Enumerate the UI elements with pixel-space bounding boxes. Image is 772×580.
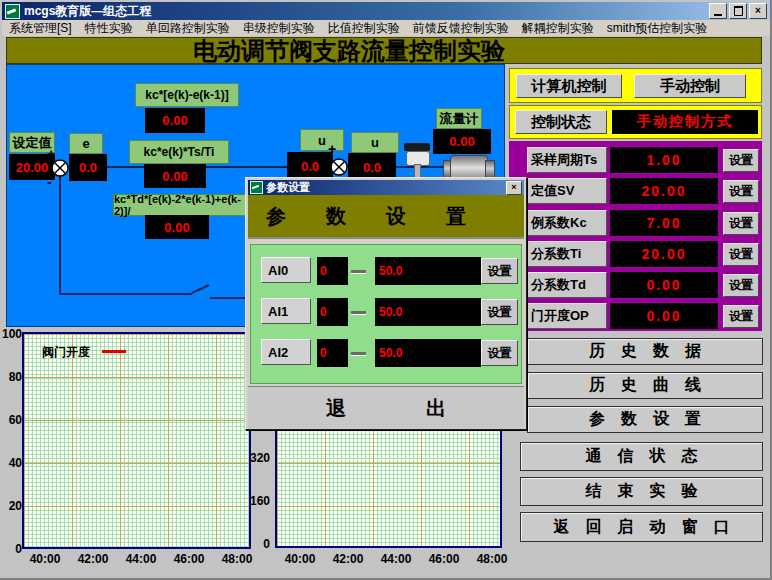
param-set-button-op[interactable]: 设置 xyxy=(723,305,759,328)
error-value: 0.0 xyxy=(69,154,107,181)
param-set-button-sv[interactable]: 设置 xyxy=(723,180,759,203)
pump-cap-icon xyxy=(485,160,495,178)
param-value-op: 0.00 xyxy=(610,303,718,329)
ai1-label: AI1 xyxy=(261,298,311,324)
restore-button[interactable] xyxy=(729,3,747,19)
sum-junction-1-icon xyxy=(51,159,69,177)
left-y-tick: 40 xyxy=(0,456,22,470)
return-start-window-button[interactable]: 返 回 启 动 窗 口 xyxy=(520,512,763,542)
u2-label: u xyxy=(351,132,399,153)
param-label-kc: 例系数Kc xyxy=(527,210,607,236)
left-y-tick: 80 xyxy=(0,370,22,384)
ai1-low-value: 0 xyxy=(317,298,348,326)
control-status-value: 手动控制方式 xyxy=(612,110,758,134)
communication-status-button[interactable]: 通 信 状 态 xyxy=(520,442,763,471)
right-x-tick: 42:00 xyxy=(328,552,368,566)
ai0-range-dash xyxy=(351,270,366,273)
control-status-label: 控制状态 xyxy=(515,110,607,134)
left-y-tick: 0 xyxy=(0,542,22,556)
param-label-td: 分系数Td xyxy=(527,272,607,298)
ai0-label: AI0 xyxy=(261,257,311,283)
left-x-tick: 46:00 xyxy=(169,552,209,566)
feedback-line-horizontal xyxy=(59,293,192,295)
pid-deriv-block-value: 0.00 xyxy=(145,215,209,239)
minimize-icon xyxy=(714,14,722,16)
pid-diff-block-label: kc*[e(k)-e(k-1)] xyxy=(135,83,239,107)
param-label-op: 门开度OP xyxy=(527,303,607,329)
ai0-high-value: 50.0 xyxy=(375,257,481,285)
end-experiment-button[interactable]: 结 束 实 验 xyxy=(520,477,763,506)
param-value-td: 0.00 xyxy=(610,272,718,298)
dialog-header: 参 数 设 置 xyxy=(248,195,524,239)
menu-decoupling[interactable]: 解耦控制实验 xyxy=(522,20,594,37)
window-titlebar[interactable]: mcgs教育版—组态工程 × xyxy=(2,2,770,20)
dialog-exit-button[interactable]: 退 出 xyxy=(248,386,524,429)
left-x-tick: 48:00 xyxy=(217,552,257,566)
parameter-setting-button[interactable]: 参 数 设 置 xyxy=(527,406,763,433)
valve-icon xyxy=(404,143,430,151)
right-x-tick: 40:00 xyxy=(280,552,320,566)
right-x-tick: 48:00 xyxy=(472,552,512,566)
history-curve-button[interactable]: 历 史 曲 线 xyxy=(527,372,763,399)
param-set-button-kc[interactable]: 设置 xyxy=(723,212,759,235)
left-chart-legend-line xyxy=(102,350,126,353)
valve-opening-trend-chart xyxy=(22,332,251,549)
u1-label: u xyxy=(300,129,344,151)
param-value-kc: 7.00 xyxy=(610,210,718,236)
dialog-app-icon xyxy=(250,181,263,194)
restore-icon xyxy=(734,6,743,16)
sum-junction-2-icon xyxy=(330,158,348,176)
dialog-close-button[interactable]: × xyxy=(506,181,522,195)
parameter-panel: 采样周期Ts 1.00 设置 定值SV 20.00 设置 例系数Kc 7.00 … xyxy=(509,141,762,331)
minus-sign-1: - xyxy=(47,175,52,189)
error-label: e xyxy=(69,133,103,154)
ai2-high-value: 50.0 xyxy=(375,339,481,367)
flowmeter-label: 流量计 xyxy=(436,108,482,129)
param-label-sv: 定值SV xyxy=(527,178,607,204)
right-y-tick: 0 xyxy=(248,537,270,551)
dialog-close-icon: × xyxy=(511,183,516,192)
parameter-dialog: 参数设置 × 参 数 设 置 AI0 0 50.0 设置 AI1 0 50.0 … xyxy=(245,177,527,430)
ai1-set-button[interactable]: 设置 xyxy=(481,299,518,325)
right-y-tick: 160 xyxy=(248,494,270,508)
left-x-tick: 44:00 xyxy=(121,552,161,566)
param-set-button-td[interactable]: 设置 xyxy=(723,274,759,297)
flowmeter-value: 0.00 xyxy=(433,129,491,154)
pid-deriv-block-label: kc*Td*[e(k)-2*e(k-1)+e(k-2)]/ xyxy=(113,194,255,216)
param-set-button-ts[interactable]: 设置 xyxy=(723,149,759,172)
computer-control-button[interactable]: 计算机控制 xyxy=(516,74,622,98)
right-y-tick: 320 xyxy=(248,451,270,465)
dialog-title: 参数设置 xyxy=(266,180,310,195)
pid-int-block-value: 0.00 xyxy=(144,164,206,188)
ai1-range-dash xyxy=(351,311,366,314)
application-window: mcgs教育版—组态工程 × 系统管理[S] 特性实验 单回路控制实验 串级控制… xyxy=(0,0,772,580)
page-title: 电动调节阀支路流量控制实验 xyxy=(6,37,762,64)
param-set-button-ti[interactable]: 设置 xyxy=(723,243,759,266)
param-value-ts: 1.00 xyxy=(610,147,718,173)
left-y-tick: 100 xyxy=(0,327,22,341)
left-x-tick: 40:00 xyxy=(25,552,65,566)
history-data-button[interactable]: 历 史 数 据 xyxy=(527,338,763,365)
ai0-set-button[interactable]: 设置 xyxy=(481,258,518,284)
dialog-body: AI0 0 50.0 设置 AI1 0 50.0 设置 AI2 0 50.0 设… xyxy=(250,244,522,384)
close-button[interactable]: × xyxy=(749,3,767,19)
right-x-tick: 46:00 xyxy=(424,552,464,566)
menu-smith[interactable]: smith预估控制实验 xyxy=(607,20,708,37)
minimize-button[interactable] xyxy=(709,3,727,19)
param-label-ts: 采样周期Ts xyxy=(527,147,607,173)
mcgs-app-icon xyxy=(5,4,20,19)
feedback-line-vertical xyxy=(59,175,61,295)
manual-control-button[interactable]: 手动控制 xyxy=(634,74,746,98)
ai2-set-button[interactable]: 设置 xyxy=(481,340,518,366)
left-y-tick: 60 xyxy=(0,413,22,427)
close-icon: × xyxy=(755,6,761,16)
menu-system[interactable]: 系统管理[S] xyxy=(9,20,72,37)
window-title: mcgs教育版—组态工程 xyxy=(24,3,151,20)
ai2-low-value: 0 xyxy=(317,339,348,367)
param-label-ti: 分系数Ti xyxy=(527,241,607,267)
dialog-titlebar[interactable]: 参数设置 × xyxy=(248,180,524,195)
pid-diff-block-value: 0.00 xyxy=(145,108,205,133)
menu-characteristic[interactable]: 特性实验 xyxy=(85,20,133,37)
ai0-low-value: 0 xyxy=(317,257,348,285)
left-x-tick: 42:00 xyxy=(73,552,113,566)
